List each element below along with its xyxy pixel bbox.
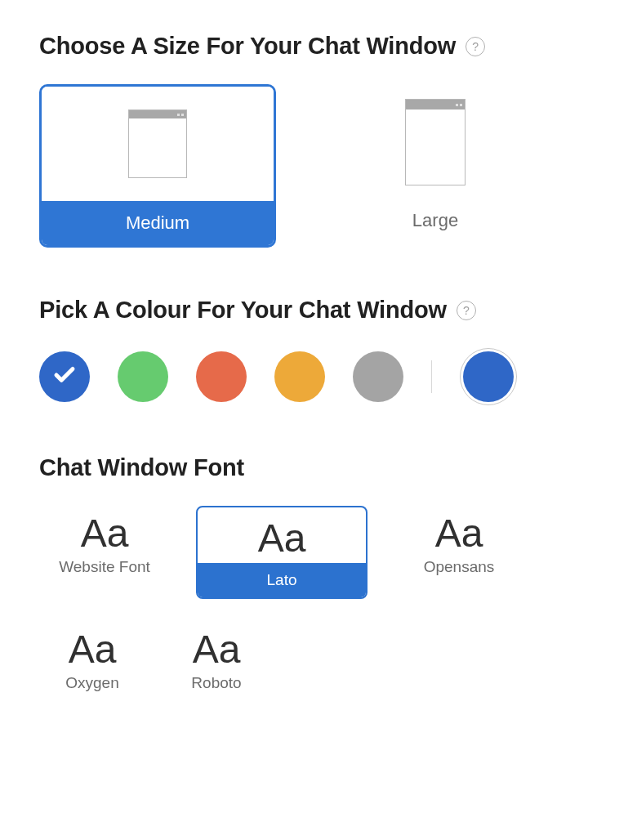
font-sample: Aa	[69, 622, 117, 672]
window-icon	[405, 99, 466, 185]
font-label: Opensans	[424, 556, 495, 576]
size-preview-medium	[42, 87, 274, 201]
font-sample: Aa	[258, 507, 306, 563]
font-sample: Aa	[81, 506, 129, 556]
colour-swatch-orange[interactable]	[196, 351, 247, 402]
size-label: Medium	[42, 201, 274, 245]
size-options: Medium Large	[39, 84, 598, 248]
colour-swatch-green[interactable]	[118, 351, 168, 402]
window-icon	[128, 109, 187, 178]
size-section: Choose A Size For Your Chat Window ? Med…	[39, 33, 598, 248]
help-icon[interactable]: ?	[466, 37, 485, 56]
divider	[431, 360, 432, 393]
colour-section-header: Pick A Colour For Your Chat Window ?	[39, 297, 598, 324]
font-option-lato[interactable]: Aa Lato	[196, 506, 368, 599]
check-icon	[52, 363, 77, 391]
colour-swatch-custom[interactable]	[460, 348, 517, 405]
font-sample: Aa	[193, 622, 241, 672]
font-label: Roboto	[191, 672, 241, 692]
font-sample: Aa	[435, 506, 483, 556]
size-section-title: Choose A Size For Your Chat Window	[39, 33, 456, 60]
font-option-opensans[interactable]: Aa Opensans	[402, 506, 516, 599]
font-option-roboto[interactable]: Aa Roboto	[172, 622, 261, 692]
colour-swatch-row	[39, 348, 598, 405]
font-label: Oxygen	[65, 672, 118, 692]
size-label: Large	[382, 200, 488, 231]
font-section-title: Chat Window Font	[39, 454, 244, 481]
font-section-header: Chat Window Font	[39, 454, 598, 481]
colour-swatch-custom-inner	[463, 351, 514, 402]
colour-swatch-blue[interactable]	[39, 351, 90, 402]
colour-section: Pick A Colour For Your Chat Window ?	[39, 297, 598, 405]
size-option-medium[interactable]: Medium	[39, 84, 276, 248]
font-label: Lato	[198, 563, 366, 597]
font-option-website-font[interactable]: Aa Website Font	[47, 506, 162, 599]
size-option-large[interactable]: Large	[382, 84, 488, 231]
font-option-oxygen[interactable]: Aa Oxygen	[47, 622, 137, 692]
font-grid: Aa Website Font Aa Lato Aa Opensans Aa O…	[39, 506, 598, 692]
colour-swatch-grey[interactable]	[353, 351, 403, 402]
colour-section-title: Pick A Colour For Your Chat Window	[39, 297, 447, 324]
font-label: Website Font	[59, 556, 150, 576]
size-preview-large	[382, 84, 488, 200]
colour-swatch-amber[interactable]	[274, 351, 325, 402]
help-icon[interactable]: ?	[457, 301, 476, 320]
size-section-header: Choose A Size For Your Chat Window ?	[39, 33, 598, 60]
font-section: Chat Window Font Aa Website Font Aa Lato…	[39, 454, 598, 692]
